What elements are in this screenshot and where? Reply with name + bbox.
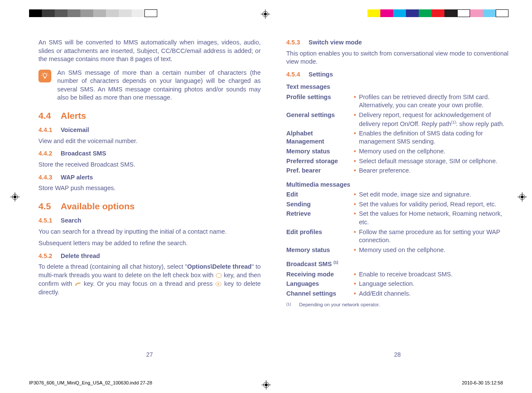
setting-label: General settings [286, 111, 354, 129]
settings-table-mms: EditSet edit mode, image size and signat… [286, 191, 508, 255]
table-row: RetrieveSet the values for Home network,… [286, 210, 508, 228]
setting-value: Set the values for Home network, Roaming… [354, 210, 508, 228]
swatch [470, 9, 483, 17]
swatch [432, 9, 444, 17]
swatch [380, 9, 393, 17]
setting-value: Language selection. [354, 280, 508, 290]
setting-label: Profile settings [286, 93, 354, 111]
swatch [144, 9, 157, 17]
swatch [444, 9, 457, 17]
setting-label: Edit [286, 191, 354, 200]
setting-value: Memory used on the cellphone. [354, 147, 508, 157]
registration-mark-icon [261, 9, 270, 19]
setting-label: Channel settings [286, 290, 354, 299]
body-text: Store WAP push messages. [38, 184, 261, 193]
section-heading: 4.5Available options [38, 200, 261, 212]
table-row: EditSet edit mode, image size and signat… [286, 191, 508, 200]
table-row: Alphabet ManagementEnables the definitio… [286, 129, 508, 147]
table-row: Preferred storageSelect default message … [286, 157, 508, 167]
swatch [132, 9, 144, 17]
swatch [68, 9, 80, 17]
setting-label: Alphabet Management [286, 129, 354, 147]
subsection-heading: 4.4.3WAP alerts [38, 173, 261, 182]
table-row: General settingsDelivery report, request… [286, 111, 508, 129]
setting-label: Memory status [286, 246, 354, 256]
subsection-heading: 4.5.4Settings [286, 70, 508, 79]
subsection-heading: 4.4.1Voicemail [38, 126, 261, 135]
svg-point-15 [218, 283, 220, 285]
footer-filename: IP3076_606_UM_MiniQ_Eng_USA_02_100630.in… [29, 380, 152, 385]
swatch [367, 9, 380, 17]
swatch [42, 9, 55, 17]
swatch [457, 9, 470, 17]
setting-label: Pref. bearer [286, 167, 354, 176]
setting-value: Set the values for validity period, Read… [354, 200, 508, 210]
page-number: 27 [38, 351, 261, 359]
svg-point-12 [43, 73, 47, 77]
swatch [55, 9, 68, 17]
setting-value: Profiles can be retrieved directly from … [354, 93, 508, 111]
table-row: Receiving modeEnable to receive broadcas… [286, 270, 508, 280]
table-row: Memory statusMemory used on the cellphon… [286, 147, 508, 157]
swatch [393, 9, 406, 17]
tip-lightbulb-icon [38, 70, 51, 82]
swatch [119, 9, 132, 17]
print-footer: IP3076_606_UM_MiniQ_Eng_USA_02_100630.in… [29, 380, 503, 385]
setting-value: Bearer preference. [354, 167, 508, 176]
softkey-left-icon [74, 280, 81, 288]
swatch [406, 9, 419, 17]
intro-paragraph: An SMS will be converted to MMS automati… [38, 38, 261, 64]
table-row: Edit profilesFollow the same procedure a… [286, 228, 508, 246]
setting-label: Sending [286, 200, 354, 210]
group-heading: Text messages [286, 83, 508, 91]
setting-label: Receiving mode [286, 270, 354, 280]
swatch [419, 9, 432, 17]
group-heading: Multimedia messages [286, 181, 508, 189]
setting-value: Delivery report, request for acknowledge… [354, 111, 508, 129]
table-row: Channel settingsAdd/Edit channels. [286, 290, 508, 299]
body-text: Store the received Broadcast SMS. [38, 161, 261, 169]
subsection-heading: 4.5.1Search [38, 217, 261, 225]
setting-label: Preferred storage [286, 157, 354, 167]
subsection-heading: 4.5.3Switch view mode [286, 38, 508, 47]
setting-value: Select default message storage, SIM or c… [354, 157, 508, 167]
setting-value: Follow the same procedure as for setting… [354, 228, 508, 246]
setting-value: Enables the definition of SMS data codin… [354, 129, 508, 147]
footnote: (1)Depending on your network operator. [286, 302, 508, 309]
table-row: SendingSet the values for validity perio… [286, 200, 508, 210]
swatch [29, 9, 42, 17]
page-right: 4.5.3Switch view mode This option enable… [286, 38, 508, 359]
setting-label: Languages [286, 280, 354, 290]
swatch [106, 9, 119, 17]
footer-timestamp: 2010-6-30 15:12:58 [462, 380, 503, 385]
page-number: 28 [286, 351, 508, 359]
registration-mark-icon [517, 192, 527, 202]
swatch [80, 9, 93, 17]
body-text: View and edit the voicemail number. [38, 137, 261, 146]
registration-mark-icon [10, 192, 20, 202]
ok-key-icon [215, 280, 222, 288]
nav-ring-key-icon [215, 271, 222, 280]
table-row: Pref. bearerBearer preference. [286, 167, 508, 176]
swatch [496, 9, 508, 17]
swatch [93, 9, 106, 17]
body-text: Subsequent letters may be added to refin… [38, 239, 261, 248]
setting-label: Retrieve [286, 210, 354, 228]
table-row: Memory statusMemory used on the cellphon… [286, 246, 508, 256]
body-text: To delete a thread (containing all chat … [38, 263, 261, 296]
setting-label: Memory status [286, 147, 354, 157]
settings-table-broadcast: Receiving modeEnable to receive broadcas… [286, 270, 508, 299]
setting-value: Add/Edit channels. [354, 290, 508, 299]
setting-value: Enable to receive broadcast SMS. [354, 270, 508, 280]
swatch [483, 9, 496, 17]
subsection-heading: 4.4.2Broadcast SMS [38, 150, 261, 158]
registration-mark-icon [262, 380, 271, 390]
section-heading: 4.4Alerts [38, 110, 261, 122]
table-row: LanguagesLanguage selection. [286, 280, 508, 290]
group-heading: Broadcast SMS (1) [286, 260, 508, 268]
page-left: An SMS will be converted to MMS automati… [38, 38, 261, 359]
settings-table-text: Profile settingsProfiles can be retrieve… [286, 93, 508, 176]
print-swatches-right [367, 9, 508, 17]
svg-point-13 [216, 274, 221, 278]
print-swatches-left [29, 9, 157, 17]
